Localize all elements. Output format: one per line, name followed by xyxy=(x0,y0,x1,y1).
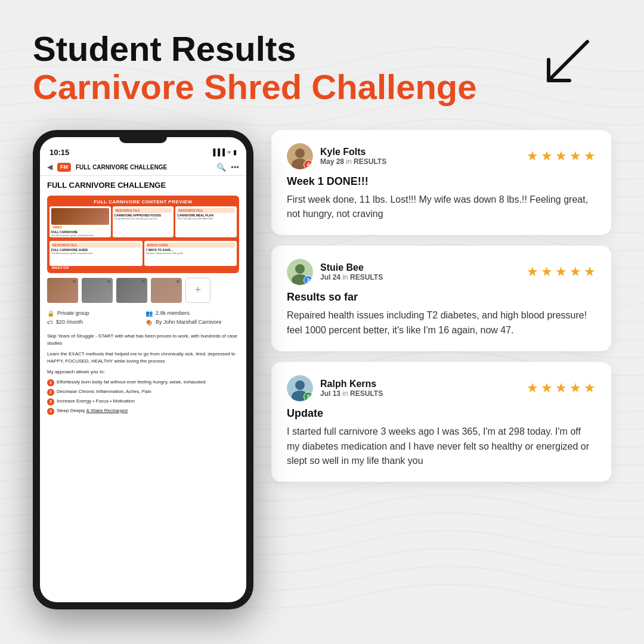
star: ★ xyxy=(541,380,553,396)
reviewer-1-info: Kyle Folts May 28 in RESULTS xyxy=(320,147,519,166)
group-info: 🔒 Private group 👥 2.9k members 🏷 $20 /mo… xyxy=(40,308,246,328)
carnivore-mentor-label: CARNIVOREMENTOR xyxy=(52,262,76,270)
svg-point-8 xyxy=(295,264,305,274)
list-item-4: 4 Sleep Deeply & Wake Recharged xyxy=(47,407,239,415)
lock-icon: 🔒 xyxy=(47,310,54,317)
list-item-3: 3 Increase Energy • Focus • Motivation xyxy=(47,398,239,405)
nav-bar: ◀ FM FULL CARNIVORE CHALLENGE 🔍 ••• xyxy=(40,159,246,176)
badge-1: 4 xyxy=(304,160,313,169)
search-icon[interactable]: 🔍 xyxy=(216,163,226,172)
thumb-1[interactable]: ✕ xyxy=(47,278,78,303)
battery-icon: ▮ xyxy=(233,148,237,156)
nav-title: FULL CARNIVORE CHALLENGE xyxy=(76,164,212,171)
phone-mockup: 10:15 ▐▐▐ ≈ ▮ ◀ FM FULL CARNIVORE CHALLE… xyxy=(33,130,253,609)
phone-notch xyxy=(119,137,167,143)
thumb-3-close[interactable]: ✕ xyxy=(141,279,145,284)
group-header: FULL CARNIVORE CHALLENGE xyxy=(40,176,246,196)
thumb-4[interactable]: ✕ xyxy=(151,278,182,303)
review-1-stars: ★ ★ ★ ★ ★ xyxy=(527,148,596,164)
thumb-add-button[interactable]: + xyxy=(185,278,210,303)
review-3-title: Update xyxy=(287,407,596,420)
reviewer-2-info: Stuie Bee Jul 24 in RESULTS xyxy=(320,262,519,281)
list-text-2: Decrease Chronic Inflammation, Aches, Pa… xyxy=(57,388,151,395)
avatar-2: 2 xyxy=(287,259,313,285)
list-num-2: 2 xyxy=(47,389,54,396)
list-text-1: Effortlessly burn body fat without ever … xyxy=(57,379,206,385)
reviewer-3-info: Ralph Kerns Jul 13 in RESULTS xyxy=(320,379,519,398)
back-icon[interactable]: ◀ xyxy=(47,163,52,171)
nav-logo: FM xyxy=(57,163,71,172)
list-num-1: 1 xyxy=(47,379,54,386)
preview-label: FULL CARNIVORE CONTENT PREVIEW xyxy=(47,199,239,205)
price-icon: 🏷 xyxy=(47,319,53,326)
star: ★ xyxy=(541,264,553,280)
thumb-3[interactable]: ✕ xyxy=(116,278,147,303)
preview-card-3: RESOURCE FILE CARNIVORE MEAL PLAN The Fu… xyxy=(175,206,237,237)
review-card-3: 3 Ralph Kerns Jul 13 in RESULTS ★ ★ ★ ★ … xyxy=(271,362,611,482)
star: ★ xyxy=(584,148,596,164)
review-2-text: Repaired health issues including T2 diab… xyxy=(287,308,596,338)
more-icon[interactable]: ••• xyxy=(231,163,239,172)
review-1-title: Week 1 DONE!!! xyxy=(287,175,596,188)
card5-tag: BONUS GUIDE xyxy=(146,243,236,247)
star: ★ xyxy=(584,380,596,396)
wifi-icon: ≈ xyxy=(227,148,231,156)
page-title-line2: Carnivore Shred Challenge xyxy=(33,68,477,106)
list-item-1: 1 Effortlessly burn body fat without eve… xyxy=(47,379,239,386)
star: ★ xyxy=(527,264,538,280)
review-3-header: 3 Ralph Kerns Jul 13 in RESULTS ★ ★ ★ ★ … xyxy=(287,375,596,401)
thumb-4-close[interactable]: ✕ xyxy=(176,279,180,284)
star: ★ xyxy=(569,380,581,396)
reviewer-1-name: Kyle Folts xyxy=(320,147,519,157)
review-1-header: 4 Kyle Folts May 28 in RESULTS ★ ★ ★ ★ ★ xyxy=(287,143,596,169)
info-private-group: 🔒 Private group xyxy=(47,310,141,317)
review-2-stars: ★ ★ ★ ★ ★ xyxy=(527,264,596,280)
status-time: 10:15 xyxy=(49,148,69,157)
thumb-1-close[interactable]: ✕ xyxy=(72,279,76,284)
star: ★ xyxy=(527,148,538,164)
reviewer-1-meta: May 28 in RESULTS xyxy=(320,157,519,166)
page-title-line1: Student Results xyxy=(33,30,477,68)
star: ★ xyxy=(541,148,553,164)
list-num-3: 3 xyxy=(47,398,54,405)
card1-tag: VIDEO xyxy=(51,225,109,230)
list-item-2: 2 Decrease Chronic Inflammation, Aches, … xyxy=(47,388,239,396)
thumb-2-close[interactable]: ✕ xyxy=(107,279,111,284)
avatar-1: 4 xyxy=(287,143,313,169)
phone-screen: 10:15 ▐▐▐ ≈ ▮ ◀ FM FULL CARNIVORE CHALLE… xyxy=(40,137,246,602)
preview-card-5: BONUS GUIDE 7 WAYS TO SAVE... Students d… xyxy=(144,241,237,266)
creator-icon: 🍖 xyxy=(145,319,153,326)
review-3-stars: ★ ★ ★ ★ ★ xyxy=(527,380,596,396)
star: ★ xyxy=(555,264,567,280)
card2-tag: RESOURCE FILE xyxy=(114,208,172,213)
review-card-2: 2 Stuie Bee Jul 24 in RESULTS ★ ★ ★ ★ ★ xyxy=(271,246,611,351)
review-2-title: Results so far xyxy=(287,291,596,304)
badge-2: 2 xyxy=(304,275,313,285)
header: Student Results Carnivore Shred Challeng… xyxy=(33,30,611,106)
main-content: Student Results Carnivore Shred Challeng… xyxy=(0,0,644,644)
card4-tag: RESOURCE FILE xyxy=(51,243,141,247)
review-card-1: 4 Kyle Folts May 28 in RESULTS ★ ★ ★ ★ ★ xyxy=(271,130,611,236)
reviewer-2-meta: Jul 24 in RESULTS xyxy=(320,273,519,281)
star: ★ xyxy=(555,148,567,164)
main-layout: 10:15 ▐▐▐ ≈ ▮ ◀ FM FULL CARNIVORE CHALLE… xyxy=(33,130,611,609)
info-price: 🏷 $20 /month xyxy=(47,319,141,326)
price-label: $20 /month xyxy=(56,319,83,325)
group-description: Skip Years of Struggle - START with what… xyxy=(40,328,246,419)
info-creator: 🍖 By John Marshall Carnivore xyxy=(145,319,239,326)
review-1-text: First week done, 11 lbs. Lost!!! My wife… xyxy=(287,193,596,222)
header-text: Student Results Carnivore Shred Challeng… xyxy=(33,30,477,106)
card1-text: The full carnivore guide: comprehensive xyxy=(51,234,109,237)
star: ★ xyxy=(569,148,581,164)
status-bar: 10:15 ▐▐▐ ≈ ▮ xyxy=(40,143,246,159)
avatar-3: 3 xyxy=(287,375,313,401)
review-3-text: I started full carnivore 3 weeks ago I w… xyxy=(287,425,596,469)
star: ★ xyxy=(569,264,581,280)
star: ★ xyxy=(555,380,567,396)
list-text-3: Increase Energy • Focus • Motivation xyxy=(57,398,135,404)
desc-1: Skip Years of Struggle - START with what… xyxy=(47,333,239,347)
thumb-2[interactable]: ✕ xyxy=(82,278,113,303)
card2-text: Comprehensive list of foods you can eat xyxy=(114,217,172,220)
svg-point-11 xyxy=(295,380,305,390)
content-preview: FULL CARNIVORE CONTENT PREVIEW VIDEO FUL… xyxy=(47,196,239,273)
